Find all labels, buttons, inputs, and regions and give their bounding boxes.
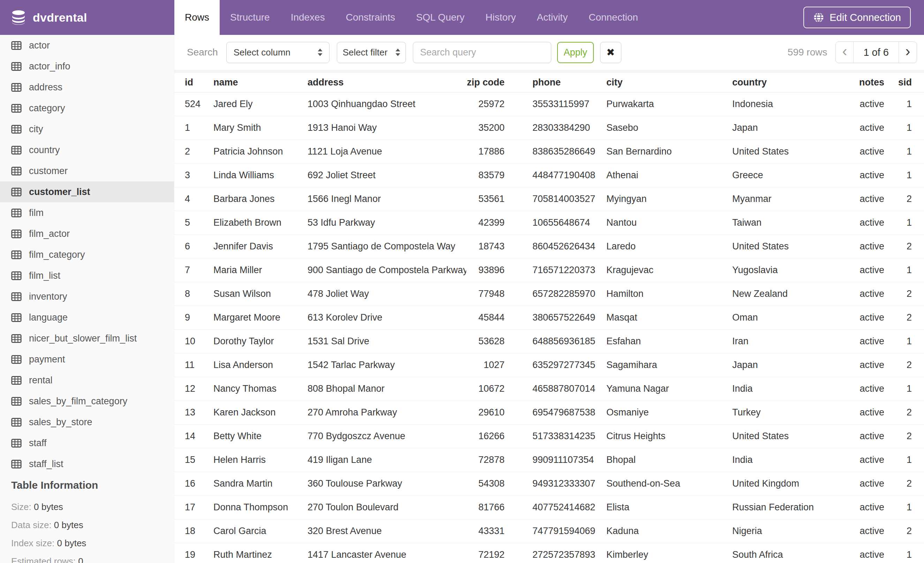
cell-sid: 1: [887, 448, 924, 471]
tab-constraints[interactable]: Constraints: [335, 0, 406, 35]
sidebar-item-actor-info[interactable]: actor_info: [0, 56, 174, 77]
tab-history[interactable]: History: [475, 0, 526, 35]
table-info-row: Size: 0 bytes: [11, 501, 174, 512]
column-header-id[interactable]: id: [174, 73, 213, 92]
cell-notes: active: [852, 377, 887, 401]
sidebar: actor actor_info address categor: [0, 35, 174, 563]
column-select[interactable]: Select column: [226, 42, 330, 63]
table-row[interactable]: 5Elizabeth Brown53 Idfu Parkway423991065…: [174, 211, 924, 234]
cell-notes: active: [852, 306, 887, 329]
cell-sid: 2: [887, 353, 924, 377]
cell-phone: 28303384290: [508, 116, 603, 140]
sidebar-item-sales-by-film-category[interactable]: sales_by_film_category: [0, 391, 174, 411]
column-header-notes[interactable]: notes: [852, 73, 887, 92]
search-query-input[interactable]: [413, 42, 551, 63]
row-count: 599 rows: [788, 47, 827, 58]
table-row[interactable]: 6Jennifer Davis1795 Santiago de Composte…: [174, 234, 924, 258]
cell-id: 19: [174, 543, 213, 563]
cell-country: United States: [730, 424, 852, 448]
previous-page-button[interactable]: ‹: [836, 42, 854, 63]
cell-zip: 10672: [466, 377, 508, 401]
table-row[interactable]: 19Ruth Martinez1417 Lancaster Avenue7219…: [174, 543, 924, 563]
table-row[interactable]: 1Mary Smith1913 Hanoi Way352002830338429…: [174, 116, 924, 140]
sidebar-item-film[interactable]: film: [0, 202, 174, 223]
cell-city: Kaduna: [603, 519, 730, 543]
table-row[interactable]: 10Dorothy Taylor1531 Sal Drive5362864885…: [174, 329, 924, 353]
sidebar-item-film-actor[interactable]: film_actor: [0, 223, 174, 244]
table-row[interactable]: 2Patricia Johnson1121 Loja Avenue1788683…: [174, 140, 924, 163]
toolbar-divider: [174, 70, 924, 73]
table-row[interactable]: 16Sandra Martin360 Toulouse Parkway54308…: [174, 471, 924, 495]
table-row[interactable]: 8Susan Wilson478 Joliet Way7794865728228…: [174, 282, 924, 306]
table-row[interactable]: 11Lisa Anderson1542 Tarlac Parkway102763…: [174, 353, 924, 377]
tab-rows[interactable]: Rows: [174, 0, 220, 35]
tab-connection[interactable]: Connection: [578, 0, 648, 35]
column-header-phone[interactable]: phone: [508, 73, 603, 92]
tab-activity[interactable]: Activity: [526, 0, 578, 35]
sidebar-item-staff-list[interactable]: staff_list: [0, 453, 174, 474]
column-header-city[interactable]: city: [603, 73, 730, 92]
sidebar-item-rental[interactable]: rental: [0, 370, 174, 391]
sidebar-item-sales-by-store[interactable]: sales_by_store: [0, 411, 174, 432]
cell-notes: active: [852, 495, 887, 519]
edit-connection-button[interactable]: Edit Connection: [803, 7, 911, 28]
cell-zip: 54308: [466, 471, 508, 495]
column-header-address[interactable]: address: [308, 73, 466, 92]
column-header-name[interactable]: name: [213, 73, 308, 92]
cell-country: Taiwan: [730, 211, 852, 234]
table-row[interactable]: 17Donna Thompson270 Toulon Boulevard8176…: [174, 495, 924, 519]
cell-city: Kragujevac: [603, 258, 730, 282]
cell-notes: active: [852, 140, 887, 163]
cell-phone: 657282285970: [508, 282, 603, 306]
cell-name: Nancy Thomas: [213, 377, 308, 401]
sidebar-item-customer[interactable]: customer: [0, 161, 174, 182]
table-row[interactable]: 3Linda Williams692 Joliet Street83579448…: [174, 163, 924, 187]
sidebar-item-actor[interactable]: actor: [0, 35, 174, 56]
sidebar-item-customer-list[interactable]: customer_list: [0, 182, 174, 202]
cell-notes: active: [852, 519, 887, 543]
sidebar-item-payment[interactable]: payment: [0, 349, 174, 370]
cell-city: Yamuna Nagar: [603, 377, 730, 401]
cell-address: 1003 Qinhuangdao Street: [308, 92, 466, 116]
sidebar-item-nicer-but-slower-film-list[interactable]: nicer_but_slower_film_list: [0, 328, 174, 349]
table-row[interactable]: 7Maria Miller900 Santiago de Compostela …: [174, 258, 924, 282]
tab-sql-query[interactable]: SQL Query: [405, 0, 475, 35]
cell-name: Mary Smith: [213, 116, 308, 140]
sidebar-item-city[interactable]: city: [0, 119, 174, 140]
column-header-country[interactable]: country: [730, 73, 852, 92]
cell-phone: 949312333307: [508, 471, 603, 495]
table-row[interactable]: 15Helen Harris419 Iligan Lane72878990911…: [174, 448, 924, 471]
table-info-value: 0 bytes: [34, 501, 63, 512]
column-header-sid[interactable]: sid: [887, 73, 924, 92]
sidebar-item-label: film_category: [29, 249, 85, 260]
cell-country: United States: [730, 234, 852, 258]
cell-city: Sagamihara: [603, 353, 730, 377]
tab-structure[interactable]: Structure: [220, 0, 280, 35]
cell-sid: 2: [887, 424, 924, 448]
sidebar-item-staff[interactable]: staff: [0, 432, 174, 453]
table-row[interactable]: 9Margaret Moore613 Korolev Drive45844380…: [174, 306, 924, 329]
apply-button[interactable]: Apply: [557, 42, 594, 63]
filter-select[interactable]: Select filter: [337, 42, 406, 63]
sidebar-item-language[interactable]: language: [0, 307, 174, 328]
sidebar-item-country[interactable]: country: [0, 140, 174, 161]
next-page-button[interactable]: ›: [899, 42, 916, 63]
column-header-zip[interactable]: zip code: [466, 73, 508, 92]
sidebar-item-inventory[interactable]: inventory: [0, 286, 174, 307]
table-row[interactable]: 18Carol Garcia320 Brest Avenue4333174779…: [174, 519, 924, 543]
cell-sid: 2: [887, 306, 924, 329]
table-row[interactable]: 14Betty White770 Bydgoszcz Avenue1626651…: [174, 424, 924, 448]
table-row[interactable]: 13Karen Jackson270 Amroha Parkway2961069…: [174, 401, 924, 424]
sidebar-item-film-list[interactable]: film_list: [0, 265, 174, 286]
clear-search-button[interactable]: ✖: [600, 42, 621, 63]
table-row[interactable]: 4Barbara Jones1566 Inegl Manor5356170581…: [174, 187, 924, 211]
sidebar-item-category[interactable]: category: [0, 98, 174, 119]
filter-select-value: Select filter: [343, 47, 388, 58]
table-row[interactable]: 524Jared Ely1003 Qinhuangdao Street25972…: [174, 92, 924, 116]
sidebar-item-film-category[interactable]: film_category: [0, 244, 174, 265]
tab-indexes[interactable]: Indexes: [280, 0, 335, 35]
table-row[interactable]: 12Nancy Thomas808 Bhopal Manor1067246588…: [174, 377, 924, 401]
pagination: ‹ 1 of 6 ›: [836, 42, 917, 63]
cell-name: Ruth Martinez: [213, 543, 308, 563]
sidebar-item-address[interactable]: address: [0, 77, 174, 98]
